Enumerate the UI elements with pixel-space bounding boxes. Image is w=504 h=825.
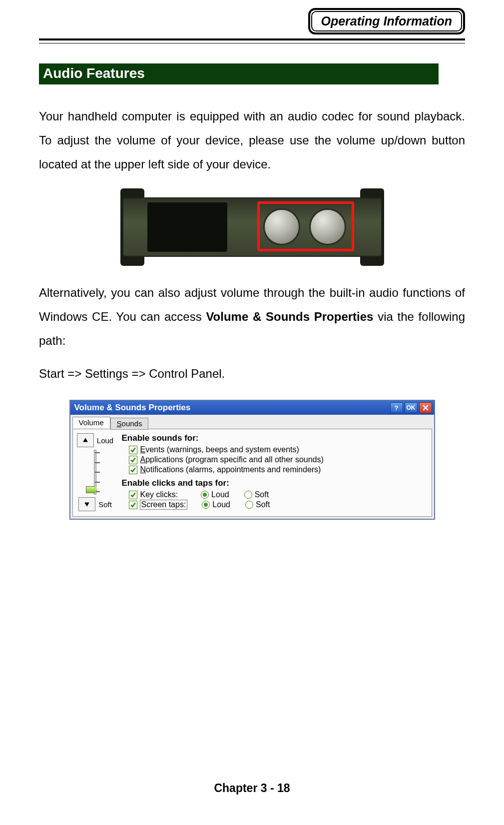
close-button[interactable] (419, 402, 432, 413)
enable-clicks-heading: Enable clicks and taps for: (122, 478, 427, 488)
dialog-panel: Loud Soft Enable sounds for: (72, 429, 432, 517)
check-icon (130, 492, 136, 498)
section-heading: Audio Features (39, 63, 439, 84)
paragraph-alt: Alternatively, you can also adjust volum… (39, 281, 465, 353)
device-dark-panel (147, 202, 227, 252)
header-badge-text: Operating Information (311, 11, 463, 31)
radio-screen-soft[interactable]: Soft (245, 500, 270, 509)
tab-sounds-ul: S (117, 419, 122, 428)
arrow-up-icon (82, 437, 88, 443)
radio-key-loud-label: Loud (211, 490, 229, 499)
loud-label: Loud (97, 436, 113, 445)
options-column: Enable sounds for: Events (warnings, bee… (122, 433, 427, 511)
tab-sounds-rest: ounds (122, 419, 142, 428)
checkbox-applications-label: Applications (program specific and all o… (140, 455, 324, 464)
checkbox-events-row[interactable]: Events (warnings, beeps and system event… (129, 445, 427, 454)
checkbox-screen-taps[interactable] (129, 501, 137, 509)
key-clicks-radio-group: Loud Soft (201, 490, 269, 499)
check-icon (130, 447, 136, 453)
screen-taps-label: Screen taps: (140, 500, 187, 509)
paragraph-intro: Your handheld computer is equipped with … (39, 104, 465, 176)
check-icon (130, 467, 136, 473)
volume-up-button[interactable] (77, 433, 94, 447)
page-header: Operating Information (39, 8, 465, 34)
radio-dot-icon (204, 503, 208, 507)
dialog-titlebar[interactable]: Volume & Sounds Properties ? OK (70, 401, 434, 415)
radio-screen-soft-label: Soft (256, 500, 270, 509)
enable-sounds-heading: Enable sounds for: (122, 433, 427, 443)
ok-button[interactable]: OK (405, 402, 418, 413)
check-icon (130, 502, 136, 508)
screen-taps-row: Screen taps: Loud Soft (129, 500, 427, 509)
header-badge: Operating Information (308, 8, 466, 34)
slider-ticks (95, 452, 102, 492)
help-button[interactable]: ? (390, 402, 403, 413)
soft-label: Soft (98, 500, 112, 509)
device-figure (122, 188, 382, 266)
checkbox-events-label: Events (warnings, beeps and system event… (140, 445, 299, 454)
page-footer: Chapter 3 - 18 (0, 782, 504, 795)
tab-sounds[interactable]: Sounds (110, 418, 149, 430)
para2b-bold: Volume & Sounds Properties (206, 310, 373, 323)
volume-down-button-icon (263, 208, 300, 245)
key-clicks-label: Key clicks: (140, 490, 178, 499)
checkbox-notifications-row[interactable]: Notifications (alarms, appointments and … (129, 465, 427, 474)
check-icon (130, 457, 136, 463)
volume-slider[interactable] (87, 448, 104, 496)
checkbox-applications-row[interactable]: Applications (program specific and all o… (129, 455, 427, 464)
radio-screen-loud[interactable]: Loud (202, 500, 230, 509)
tab-volume[interactable]: Volume (72, 417, 110, 429)
checkbox-events[interactable] (129, 446, 137, 454)
volume-down-button[interactable] (78, 497, 95, 511)
arrow-down-icon (84, 501, 90, 507)
dialog-title: Volume & Sounds Properties (74, 403, 389, 413)
header-rule (39, 38, 465, 43)
dialog-tabs: Volume Sounds (70, 415, 434, 429)
volume-sounds-dialog: Volume & Sounds Properties ? OK Volume S… (69, 400, 435, 520)
radio-key-loud[interactable]: Loud (201, 490, 229, 499)
checkbox-notifications[interactable] (129, 466, 137, 474)
checkbox-applications[interactable] (129, 456, 137, 464)
radio-key-soft[interactable]: Soft (244, 490, 269, 499)
paragraph-path: Start => Settings => Control Panel. (39, 362, 465, 386)
volume-slider-column: Loud Soft (78, 433, 113, 511)
checkbox-notifications-label: Notifications (alarms, appointments and … (140, 465, 321, 474)
key-clicks-row: Key clicks: Loud Soft (129, 490, 427, 499)
radio-screen-loud-label: Loud (212, 500, 230, 509)
help-icon: ? (395, 404, 399, 412)
ok-label: OK (407, 404, 416, 411)
screen-taps-radio-group: Loud Soft (202, 500, 270, 509)
radio-key-soft-label: Soft (255, 490, 269, 499)
checkbox-key-clicks[interactable] (129, 491, 137, 499)
tab-volume-label: Volume (79, 418, 104, 427)
volume-up-button-icon (309, 208, 346, 245)
close-icon (423, 405, 429, 411)
radio-dot-icon (203, 493, 207, 497)
